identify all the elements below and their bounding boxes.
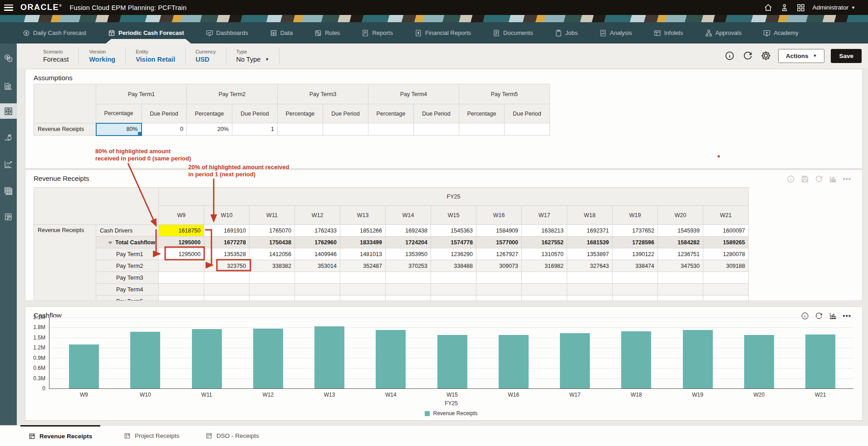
revenue-cell[interactable]: [386, 272, 431, 284]
apps-grid-icon[interactable]: [796, 3, 805, 12]
revenue-cell[interactable]: [159, 284, 204, 296]
revenue-cell[interactable]: [159, 296, 204, 301]
sidebar-item-form-edit[interactable]: [0, 209, 17, 224]
revenue-cell[interactable]: [295, 296, 340, 301]
bar-W20[interactable]: [744, 335, 774, 388]
revenue-cell[interactable]: [340, 284, 386, 296]
nav-tab-daily-cash-forecast[interactable]: Daily Cash Forecast: [23, 29, 86, 37]
assumptions-cell[interactable]: [323, 123, 368, 136]
revenue-cell[interactable]: 1762433: [295, 225, 340, 237]
revenue-cell[interactable]: 1638213: [522, 225, 567, 237]
revenue-cell[interactable]: 1295000: [159, 248, 204, 260]
revenue-cell[interactable]: 1750438: [250, 237, 295, 248]
info-icon[interactable]: [724, 50, 736, 62]
bar-W10[interactable]: [130, 332, 160, 388]
pov-field-currency[interactable]: Currency USD: [186, 48, 226, 64]
hamburger-menu-icon[interactable]: [4, 5, 13, 11]
revenue-cell[interactable]: 338474: [613, 260, 658, 272]
revenue-cell[interactable]: 1851266: [340, 225, 386, 237]
revenue-cell[interactable]: [295, 272, 340, 284]
bottom-tab-project-receipts[interactable]: Project Receipts: [116, 425, 187, 446]
revenue-cell[interactable]: 1481013: [340, 248, 386, 260]
revenue-cell[interactable]: [340, 272, 386, 284]
more-options-icon[interactable]: •••: [843, 177, 851, 181]
revenue-cell[interactable]: 1692371: [567, 225, 613, 237]
user-menu[interactable]: Administrator ▼: [813, 4, 855, 11]
revenue-cell[interactable]: [476, 272, 522, 284]
bar-W21[interactable]: [805, 334, 835, 388]
sidebar-item-bar-chart[interactable]: [0, 78, 17, 93]
revenue-cell[interactable]: 1545363: [431, 225, 476, 237]
bar-W17[interactable]: [560, 333, 590, 388]
pov-field-version[interactable]: Version Working: [79, 48, 126, 64]
home-icon[interactable]: [764, 3, 773, 12]
sidebar-item-table-grid[interactable]: [0, 183, 17, 199]
revenue-cell[interactable]: [522, 272, 567, 284]
revenue-cell[interactable]: 1677278: [204, 237, 250, 248]
assumptions-table[interactable]: Pay Term1Pay Term2Pay Term3Pay Term4Pay …: [34, 84, 550, 136]
nav-tab-periodic-cash-forecast[interactable]: Periodic Cash Forecast: [108, 29, 184, 37]
revenue-cell[interactable]: 1589265: [703, 237, 749, 248]
revenue-cell[interactable]: 1765070: [250, 225, 295, 237]
revenue-cell[interactable]: 309188: [703, 260, 749, 272]
revenue-cell[interactable]: [522, 284, 567, 296]
assumptions-cell[interactable]: 20%: [187, 123, 232, 136]
revenue-cell[interactable]: [703, 284, 749, 296]
settings-gear-icon[interactable]: [760, 50, 772, 62]
assumptions-cell[interactable]: [505, 123, 550, 136]
revenue-cell[interactable]: 1236290: [431, 248, 476, 260]
revenue-cell[interactable]: [522, 296, 567, 301]
revenue-cell[interactable]: [340, 296, 386, 301]
revenue-cell[interactable]: [658, 296, 703, 301]
revenue-cell[interactable]: 1280078: [703, 248, 749, 260]
assumptions-cell[interactable]: [414, 123, 459, 136]
revenue-cell[interactable]: 327643: [567, 260, 613, 272]
revenue-cell[interactable]: 352487: [340, 260, 386, 272]
revenue-cell[interactable]: 1409946: [295, 248, 340, 260]
revenue-cell[interactable]: [204, 272, 250, 284]
revenue-cell[interactable]: [295, 284, 340, 296]
revenue-cell[interactable]: [159, 272, 204, 284]
revenue-cell[interactable]: [476, 296, 522, 301]
actions-button[interactable]: Actions▼: [778, 49, 824, 63]
revenue-cell[interactable]: 1267927: [476, 248, 522, 260]
save-disk-icon[interactable]: [800, 175, 809, 184]
revenue-cell[interactable]: [386, 284, 431, 296]
revenue-cell[interactable]: [250, 284, 295, 296]
revenue-cell[interactable]: [159, 260, 204, 272]
revenue-cell[interactable]: [613, 284, 658, 296]
pov-field-scenario[interactable]: Scenario Forecast: [43, 48, 79, 64]
bar-W13[interactable]: [314, 326, 344, 388]
bar-W12[interactable]: [253, 329, 283, 388]
nav-tab-financial-reports[interactable]: Financial Reports: [415, 29, 471, 37]
revenue-cell[interactable]: [431, 296, 476, 301]
revenue-cell[interactable]: [386, 296, 431, 301]
info-icon[interactable]: [786, 175, 795, 184]
revenue-receipts-table[interactable]: FY25W9W10W11W12W13W14W15W16W17W18W19W20W…: [34, 187, 749, 301]
bar-W16[interactable]: [499, 335, 529, 388]
bar-W19[interactable]: [683, 330, 713, 388]
revenue-cell[interactable]: 1353950: [386, 248, 431, 260]
revenue-cell[interactable]: 1737652: [613, 225, 658, 237]
revenue-cell[interactable]: [250, 296, 295, 301]
nav-tab-approvals[interactable]: Approvals: [705, 29, 742, 37]
nav-tab-academy[interactable]: Academy: [763, 29, 798, 37]
assumptions-cell[interactable]: [459, 123, 505, 136]
revenue-cell[interactable]: 353014: [295, 260, 340, 272]
pov-field-entity[interactable]: Entity Vision Retail: [126, 48, 186, 64]
row-label-cash-drivers[interactable]: Cash Drivers: [96, 225, 159, 237]
user-icon[interactable]: [780, 3, 789, 12]
revenue-cell[interactable]: [703, 272, 749, 284]
revenue-cell[interactable]: 1762960: [295, 237, 340, 248]
row-label-pay-term4[interactable]: Pay Term4: [96, 284, 159, 296]
revenue-cell[interactable]: [567, 296, 613, 301]
refresh-icon[interactable]: [742, 50, 754, 62]
revenue-cell[interactable]: 1584282: [658, 237, 703, 248]
revenue-cell[interactable]: [658, 272, 703, 284]
revenue-cell[interactable]: 1412056: [250, 248, 295, 260]
revenue-cell[interactable]: 1692438: [386, 225, 431, 237]
revenue-cell[interactable]: 316982: [522, 260, 567, 272]
assumptions-cell[interactable]: 0: [142, 123, 187, 136]
revenue-cell[interactable]: 1545939: [658, 225, 703, 237]
bar-W14[interactable]: [376, 330, 406, 388]
